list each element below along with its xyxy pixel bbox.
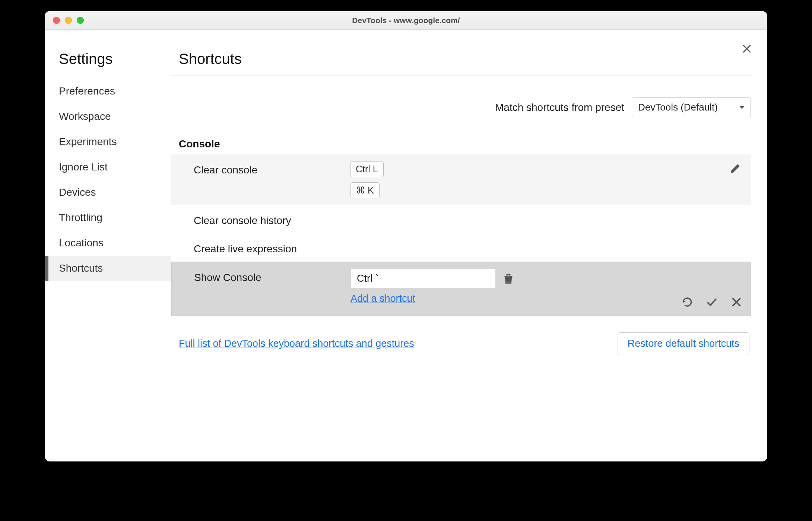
maximize-window-button[interactable] [77, 17, 84, 24]
sidebar-item-label: Devices [59, 186, 96, 198]
edit-shortcut-button[interactable] [729, 163, 741, 175]
check-icon [706, 296, 718, 308]
window: DevTools - www.google.com/ Settings Pref… [45, 11, 767, 461]
shortcut-row-clear-console-history: Clear console history [171, 205, 751, 233]
sidebar-item-throttling[interactable]: Throttling [45, 205, 171, 230]
sidebar-item-label: Shortcuts [59, 262, 103, 274]
close-icon [730, 296, 742, 308]
sidebar-item-label: Workspace [59, 111, 111, 122]
preset-row: Match shortcuts from preset DevTools (De… [171, 98, 751, 117]
shortcut-row-create-live-expression: Create live expression [171, 233, 751, 262]
shortcut-label: Clear console [194, 161, 350, 176]
sidebar-item-label: Preferences [59, 85, 115, 97]
add-shortcut-link[interactable]: Add a shortcut [351, 293, 514, 304]
cancel-button[interactable] [730, 296, 742, 308]
main: Shortcuts Match shortcuts from preset De… [171, 30, 767, 461]
sidebar-item-ignore-list[interactable]: Ignore List [45, 154, 171, 180]
chevron-down-icon [739, 106, 745, 109]
sidebar-item-shortcuts[interactable]: Shortcuts [45, 256, 171, 281]
titlebar: DevTools - www.google.com/ [45, 11, 767, 30]
pencil-icon [729, 163, 741, 175]
sidebar-item-label: Ignore List [59, 161, 108, 173]
sidebar-item-locations[interactable]: Locations [45, 230, 171, 256]
sidebar-item-label: Locations [59, 237, 104, 249]
sidebar: Settings Preferences Workspace Experimen… [45, 30, 171, 461]
sidebar-item-experiments[interactable]: Experiments [45, 129, 171, 154]
full-list-link[interactable]: Full list of DevTools keyboard shortcuts… [179, 338, 414, 349]
shortcut-row-show-console: Show Console Add a shortcut [171, 262, 751, 316]
shortcut-label: Show Console [194, 269, 351, 284]
footer: Full list of DevTools keyboard shortcuts… [171, 332, 751, 355]
sidebar-item-workspace[interactable]: Workspace [45, 104, 171, 129]
page-title: Shortcuts [171, 51, 751, 76]
key-pill: ⌘ K [350, 182, 380, 198]
preset-select-value: DevTools (Default) [638, 102, 718, 113]
close-window-button[interactable] [53, 17, 60, 24]
row-actions [729, 163, 741, 175]
editing-actions [681, 296, 742, 308]
trash-icon [502, 273, 514, 285]
confirm-button[interactable] [706, 296, 718, 308]
sidebar-item-label: Throttling [59, 212, 102, 223]
minimize-window-button[interactable] [65, 17, 72, 24]
key-pill: Ctrl L [350, 161, 384, 177]
shortcut-input[interactable] [351, 269, 496, 288]
undo-button[interactable] [681, 296, 693, 308]
shortcut-label: Create live expression [194, 240, 350, 255]
section-title: Console [171, 138, 751, 150]
preset-select[interactable]: DevTools (Default) [632, 98, 751, 117]
sidebar-item-preferences[interactable]: Preferences [45, 79, 171, 104]
editing-input-row [351, 269, 514, 288]
shortcut-label: Clear console history [194, 212, 350, 227]
traffic-lights [45, 17, 84, 24]
content: Settings Preferences Workspace Experimen… [45, 30, 767, 461]
restore-defaults-button[interactable]: Restore default shortcuts [618, 332, 749, 355]
preset-label: Match shortcuts from preset [495, 102, 624, 114]
sidebar-item-label: Experiments [59, 136, 117, 147]
delete-shortcut-button[interactable] [502, 273, 514, 285]
sidebar-title: Settings [45, 51, 171, 79]
undo-icon [681, 296, 693, 308]
window-title: DevTools - www.google.com/ [45, 16, 767, 25]
sidebar-item-devices[interactable]: Devices [45, 180, 171, 205]
shortcut-row-clear-console: Clear console Ctrl L ⌘ K [171, 154, 751, 205]
editing-body: Add a shortcut [351, 269, 514, 304]
shortcut-keys: Ctrl L ⌘ K [350, 161, 384, 198]
